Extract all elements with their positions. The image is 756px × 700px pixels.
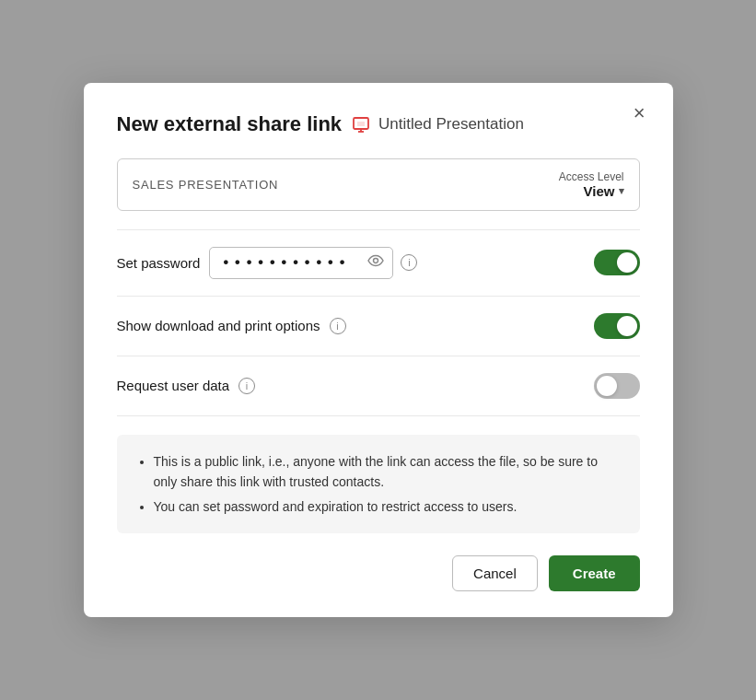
- download-toggle[interactable]: [594, 313, 640, 339]
- password-input[interactable]: [209, 247, 393, 279]
- settings-section: Set password i: [117, 229, 640, 416]
- user-data-left: Request user data i: [117, 378, 256, 394]
- header-right: Untitled Presentation: [351, 114, 524, 134]
- chevron-down-icon: ▾: [619, 185, 624, 197]
- modal-overlay: New external share link Untitled Present…: [0, 0, 756, 700]
- download-left: Show download and print options i: [117, 318, 346, 334]
- password-group: i: [209, 247, 417, 279]
- password-label: Set password: [117, 255, 201, 271]
- password-toggle-thumb: [617, 252, 637, 273]
- svg-point-4: [374, 259, 378, 263]
- access-level-group: Access Level View ▾: [559, 170, 624, 199]
- access-level-dropdown[interactable]: View ▾: [584, 183, 624, 199]
- modal-header: New external share link Untitled Present…: [117, 112, 640, 136]
- svg-rect-1: [357, 122, 365, 126]
- password-info-icon[interactable]: i: [401, 254, 417, 271]
- user-data-toggle-thumb: [597, 376, 617, 396]
- info-item-2: You can set password and expiration to r…: [154, 496, 622, 517]
- presentation-name-label: SALES PRESENTATION: [133, 178, 279, 192]
- close-button[interactable]: ×: [628, 101, 651, 125]
- user-data-toggle[interactable]: [594, 373, 640, 399]
- download-label: Show download and print options: [117, 318, 320, 333]
- info-box: This is a public link, i.e., anyone with…: [117, 435, 640, 533]
- eye-icon[interactable]: [367, 254, 384, 271]
- action-row: Cancel Create: [117, 555, 640, 591]
- user-data-info-icon[interactable]: i: [238, 378, 255, 394]
- password-toggle[interactable]: [594, 250, 640, 275]
- access-level-top-label: Access Level: [559, 170, 624, 183]
- user-data-row: Request user data i: [117, 356, 640, 416]
- password-row: Set password i: [117, 229, 640, 297]
- info-list: This is a public link, i.e., anyone with…: [135, 451, 622, 517]
- access-level-value: View: [584, 183, 615, 199]
- download-row: Show download and print options i: [117, 297, 640, 356]
- presentation-name: Untitled Presentation: [378, 115, 524, 134]
- password-input-wrap: [209, 247, 393, 279]
- download-info-icon[interactable]: i: [330, 318, 346, 334]
- info-item-1: This is a public link, i.e., anyone with…: [154, 451, 622, 493]
- password-left: Set password i: [117, 247, 418, 279]
- download-toggle-thumb: [617, 316, 637, 336]
- access-level-row: SALES PRESENTATION Access Level View ▾: [117, 158, 640, 211]
- create-button[interactable]: Create: [549, 555, 640, 591]
- user-data-label: Request user data: [117, 378, 230, 393]
- cancel-button[interactable]: Cancel: [452, 555, 538, 591]
- modal-title: New external share link: [117, 112, 343, 136]
- modal-dialog: New external share link Untitled Present…: [84, 83, 673, 617]
- presentation-icon: [351, 114, 371, 134]
